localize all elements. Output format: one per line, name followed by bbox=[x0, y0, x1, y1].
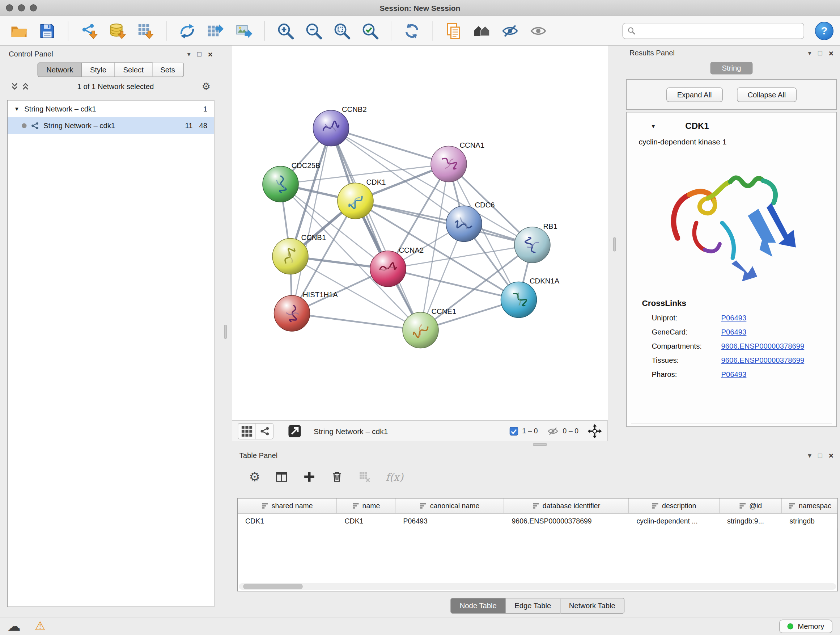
node-CCNA2[interactable] bbox=[370, 251, 406, 287]
node-CCNE1[interactable] bbox=[403, 312, 439, 348]
node-CCNB2[interactable] bbox=[313, 111, 349, 146]
table-cell[interactable]: stringdb:9... bbox=[720, 514, 782, 529]
column-header-database-identifier[interactable]: database identifier bbox=[504, 499, 629, 513]
crosslink-link[interactable]: P06493 bbox=[722, 328, 747, 336]
home-button[interactable] bbox=[470, 19, 494, 43]
tab-style[interactable]: Style bbox=[82, 63, 115, 78]
zoom-window-button[interactable] bbox=[30, 4, 37, 11]
save-session-button[interactable] bbox=[35, 19, 60, 43]
network-mode-button[interactable] bbox=[256, 423, 273, 439]
show-all-button[interactable] bbox=[526, 19, 551, 43]
results-scroll-divider bbox=[631, 424, 832, 424]
export-table-button[interactable] bbox=[203, 19, 228, 43]
detach-view-button[interactable] bbox=[287, 424, 302, 438]
network-canvas[interactable]: CCNB2CCNA1CDC25BCDK1CDC6RB1CCNB1CCNA2CDK… bbox=[232, 46, 608, 420]
collapse-all-button[interactable]: Collapse All bbox=[737, 87, 797, 102]
pan-crosshair-icon[interactable] bbox=[588, 424, 602, 438]
import-network-database-button[interactable] bbox=[105, 19, 130, 43]
column-header-name[interactable]: name bbox=[337, 499, 396, 513]
column-header-description[interactable]: description bbox=[629, 499, 720, 513]
new-network-from-selection-button[interactable] bbox=[175, 19, 200, 43]
table-options-gear-icon[interactable]: ⚙ bbox=[249, 470, 261, 483]
zoom-out-button[interactable] bbox=[302, 19, 326, 43]
open-session-button[interactable] bbox=[6, 19, 32, 43]
edge-count: 48 bbox=[199, 122, 207, 130]
float-panel-icon[interactable]: ▾ bbox=[187, 50, 191, 57]
right-splitter-handle[interactable] bbox=[613, 238, 616, 252]
cloud-status-icon[interactable]: ☁ bbox=[8, 620, 21, 633]
column-header-namespac[interactable]: namespac bbox=[782, 499, 838, 513]
tab-select[interactable]: Select bbox=[115, 63, 152, 78]
zoom-selected-button[interactable] bbox=[358, 19, 383, 43]
tab-network[interactable]: Network bbox=[38, 63, 82, 78]
tree-expander-icon[interactable]: ▼ bbox=[14, 106, 19, 112]
table-row[interactable]: CDK1CDK1P064939606.ENSP00000378699cyclin… bbox=[238, 514, 837, 529]
node-HIST1H1A[interactable] bbox=[274, 295, 310, 331]
left-splitter-handle[interactable] bbox=[224, 325, 227, 339]
node-CDK1[interactable] bbox=[338, 183, 373, 219]
column-label: description bbox=[662, 502, 696, 510]
table-horizontal-scrollbar[interactable] bbox=[239, 583, 836, 590]
node-CDC6[interactable] bbox=[446, 206, 482, 242]
node-CCNA1[interactable] bbox=[431, 146, 467, 182]
tab-sets[interactable]: Sets bbox=[152, 63, 184, 78]
float-panel-icon[interactable]: ▾ bbox=[808, 451, 812, 459]
node-CDC25B[interactable] bbox=[263, 166, 298, 202]
close-window-button[interactable] bbox=[6, 4, 13, 11]
node-RB1[interactable] bbox=[515, 227, 550, 263]
close-panel-icon[interactable]: × bbox=[829, 451, 834, 459]
table-cell[interactable]: 9606.ENSP00000378699 bbox=[504, 514, 629, 529]
grid-mode-button[interactable] bbox=[238, 423, 256, 439]
maximize-panel-icon[interactable]: □ bbox=[818, 49, 822, 57]
maximize-panel-icon[interactable]: □ bbox=[197, 50, 202, 57]
close-panel-icon[interactable]: × bbox=[829, 49, 834, 57]
minimize-window-button[interactable] bbox=[18, 4, 25, 11]
network-options-gear-icon[interactable]: ⚙ bbox=[202, 81, 210, 91]
close-panel-icon[interactable]: × bbox=[208, 50, 213, 58]
search-input[interactable] bbox=[639, 27, 799, 35]
canvas-background[interactable] bbox=[232, 46, 608, 420]
crosslink-link[interactable]: P06493 bbox=[722, 314, 747, 322]
crosslink-link[interactable]: P06493 bbox=[722, 370, 747, 378]
table-cell[interactable]: P06493 bbox=[396, 514, 504, 529]
help-button[interactable]: ? bbox=[815, 21, 834, 40]
export-image-button[interactable] bbox=[231, 19, 256, 43]
memory-button[interactable]: Memory bbox=[779, 619, 832, 633]
network-collection-row[interactable]: ▼ String Network – cdk1 1 bbox=[8, 101, 214, 118]
table-cell[interactable]: stringdb bbox=[782, 514, 838, 529]
delete-column-icon[interactable] bbox=[330, 470, 343, 483]
float-panel-icon[interactable]: ▾ bbox=[808, 49, 812, 57]
scrollbar-thumb[interactable] bbox=[243, 584, 303, 589]
node-CCNB1[interactable] bbox=[272, 239, 308, 274]
refresh-view-button[interactable] bbox=[399, 19, 424, 43]
expand-all-icon[interactable] bbox=[22, 82, 29, 90]
table-cell[interactable]: CDK1 bbox=[337, 514, 396, 529]
tab-node-table[interactable]: Node Table bbox=[450, 598, 506, 614]
zoom-in-button[interactable] bbox=[273, 19, 298, 43]
tab-edge-table[interactable]: Edge Table bbox=[506, 598, 560, 614]
column-header--id[interactable]: @id bbox=[720, 499, 782, 513]
collapse-all-icon[interactable] bbox=[11, 82, 19, 90]
table-cell[interactable]: CDK1 bbox=[238, 514, 337, 529]
column-header-canonical-name[interactable]: canonical name bbox=[396, 499, 504, 513]
copy-views-button[interactable] bbox=[441, 19, 466, 43]
maximize-panel-icon[interactable]: □ bbox=[818, 451, 822, 459]
network-row-selected[interactable]: String Network – cdk1 11 48 bbox=[8, 117, 214, 134]
tab-string[interactable]: String bbox=[711, 62, 753, 74]
import-network-file-button[interactable] bbox=[77, 19, 102, 43]
table-cell[interactable]: cyclin-dependent ... bbox=[629, 514, 720, 529]
crosslink-link[interactable]: 9606.ENSP00000378699 bbox=[722, 342, 805, 350]
add-column-icon[interactable] bbox=[302, 470, 316, 483]
expand-all-button[interactable]: Expand All bbox=[666, 87, 723, 102]
hide-selected-button[interactable] bbox=[498, 19, 523, 43]
horizontal-splitter-handle[interactable] bbox=[533, 443, 547, 446]
gene-section-expander-icon[interactable]: ▼ bbox=[651, 123, 656, 129]
column-header-shared-name[interactable]: shared name bbox=[238, 499, 337, 513]
zoom-fit-button[interactable] bbox=[330, 19, 355, 43]
tab-network-table[interactable]: Network Table bbox=[561, 598, 624, 614]
warning-status-icon[interactable]: ⚠ bbox=[35, 620, 46, 632]
import-table-file-button[interactable] bbox=[133, 19, 158, 43]
crosslink-link[interactable]: 9606.ENSP00000378699 bbox=[722, 356, 805, 364]
show-columns-icon[interactable] bbox=[275, 470, 288, 483]
node-CDKN1A[interactable] bbox=[501, 282, 537, 318]
